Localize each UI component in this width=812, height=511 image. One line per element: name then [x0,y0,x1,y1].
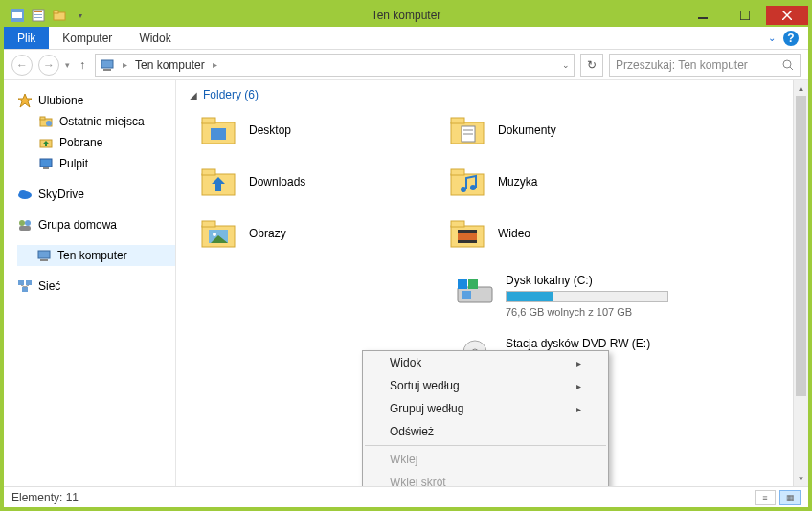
svg-rect-64 [468,279,478,289]
drive-icon [456,274,494,312]
folder-music[interactable]: Muzyka [448,163,735,201]
nav-this-pc[interactable]: Ten komputer [17,245,175,266]
minimize-button[interactable] [682,6,724,25]
nav-this-pc-label: Ten komputer [57,249,127,262]
back-button[interactable]: ← [11,55,33,76]
svg-marker-16 [18,94,32,107]
nav-item-label: Pobrane [59,136,102,149]
folder-icon [448,111,486,149]
folder-documents[interactable]: Dokumenty [448,111,735,149]
svg-rect-7 [54,11,58,13]
menu-refresh[interactable]: Odśwież [363,420,608,443]
nav-item-downloads[interactable]: Pobrane [17,132,175,153]
nav-item-label: Ostatnie miejsca [59,115,145,128]
vertical-scrollbar[interactable]: ▲ ▼ [793,80,808,486]
breadcrumb-root[interactable]: Ten komputer [135,58,205,72]
nav-homegroup[interactable]: Grupa domowa [17,214,175,235]
folders-grid: Desktop Dokumenty Downloads Muzyka [190,111,789,253]
svg-rect-45 [202,169,215,175]
folder-pictures[interactable]: Obrazy [199,214,439,253]
network-icon [17,278,33,294]
svg-point-54 [213,233,216,236]
scroll-down-icon[interactable]: ▼ [794,471,808,486]
collapse-icon[interactable]: ◢ [190,90,197,100]
folder-icon [199,111,237,149]
address-bar[interactable]: ▸ Ten komputer ▸ ⌄ [95,54,575,77]
folder-label: Desktop [249,123,291,137]
homegroup-icon [17,217,33,233]
window-buttons [682,6,808,25]
folder-label: Dokumenty [498,123,556,137]
section-folders[interactable]: ◢ Foldery (6) [190,86,789,111]
folder-icon [448,214,486,253]
search-input[interactable]: Przeszukaj: Ten komputer [609,54,801,77]
chevron-down-icon[interactable]: ⌄ [768,33,776,43]
folder-videos[interactable]: Wideo [448,214,735,253]
ribbon-help: ⌄ ? [768,27,808,49]
svg-rect-28 [19,226,31,231]
svg-point-19 [46,121,52,126]
folder-label: Wideo [498,227,530,240]
drive-c[interactable]: Dysk lokalny (C:) 76,6 GB wolnych z 107 … [456,274,789,318]
nav-homegroup-label: Grupa domowa [38,218,117,232]
tab-view[interactable]: Widok [125,27,184,49]
nav-network[interactable]: Sieć [17,276,175,297]
forward-button[interactable]: → [38,55,59,76]
chevron-right-icon[interactable]: ▸ [121,59,129,70]
svg-rect-4 [34,14,42,15]
folder-icon [199,214,237,253]
search-icon [782,59,794,71]
menu-view[interactable]: Widok [363,351,608,374]
folder-label: Downloads [249,175,305,189]
body: Ulubione Ostatnie miejsca Pobrane Pulpit [4,80,808,486]
up-button[interactable]: ↑ [76,58,89,72]
menu-sort-by[interactable]: Sortuj według [363,374,608,397]
view-large-icons-button[interactable]: ▦ [779,490,801,505]
nav-skydrive[interactable]: SkyDrive [17,184,175,205]
address-dropdown-icon[interactable]: ⌄ [562,60,570,70]
menu-group-by[interactable]: Grupuj według [363,397,608,420]
nav-network-label: Sieć [38,279,60,293]
explorer-window: ▾ Ten komputer Plik Komputer Widok ⌄ ? ←… [0,0,812,511]
recent-icon [38,114,54,129]
svg-rect-31 [18,280,24,285]
refresh-button[interactable]: ↻ [580,54,603,77]
menu-separator [365,445,606,446]
svg-rect-23 [43,167,49,169]
folder-label: Muzyka [498,175,537,189]
svg-line-34 [21,285,25,287]
svg-point-26 [19,220,25,226]
scroll-up-icon[interactable]: ▲ [794,80,808,96]
tab-computer[interactable]: Komputer [49,27,125,49]
status-item-count: Elementy: 11 [11,491,79,504]
recent-dropdown-icon[interactable]: ▾ [65,60,70,70]
menu-paste-shortcut: Wklej skrót [363,471,608,486]
chevron-right-icon[interactable]: ▸ [211,59,219,70]
folder-label: Obrazy [249,227,286,240]
scroll-thumb[interactable] [796,96,806,396]
svg-rect-37 [202,118,215,123]
section-folders-label: Foldery (6) [203,88,259,101]
nav-favorites[interactable]: Ulubione [17,90,175,111]
folder-downloads[interactable]: Downloads [199,163,439,201]
folder-desktop[interactable]: Desktop [199,111,439,149]
view-details-button[interactable]: ≡ [755,490,776,505]
svg-point-25 [19,190,27,196]
svg-rect-29 [38,251,50,258]
window-title: Ten komputer [372,9,441,22]
new-folder-icon[interactable] [52,8,67,23]
nav-item-recent[interactable]: Ostatnie miejsca [17,111,175,132]
properties-icon[interactable] [31,8,46,23]
svg-rect-33 [22,287,28,292]
folder-icon [199,163,237,201]
svg-rect-38 [211,128,226,140]
maximize-button[interactable] [724,6,766,25]
nav-item-desktop[interactable]: Pulpit [17,153,175,174]
svg-rect-32 [26,280,32,285]
downloads-icon [38,135,54,150]
svg-rect-62 [462,291,471,299]
close-button[interactable] [766,6,808,25]
help-icon[interactable]: ? [783,31,799,46]
qat-dropdown-icon[interactable]: ▾ [73,8,88,23]
tab-file[interactable]: Plik [4,27,49,49]
